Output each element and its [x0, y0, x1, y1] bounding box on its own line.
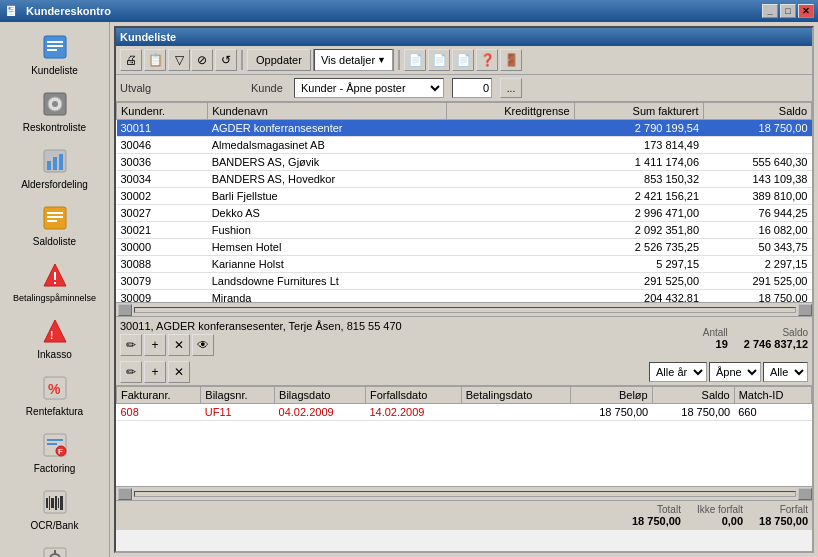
cell-sum-fakturert: 2 421 156,21 [574, 188, 703, 205]
sub-delete-button[interactable]: ✕ [168, 361, 190, 383]
sidebar-label-reskontroliste: Reskontroliste [23, 122, 86, 133]
cell-kredittgrense [446, 137, 574, 154]
vis-detaljer-label: Vis detaljer [321, 54, 375, 66]
cell-kundenavn: AGDER konferransesenter [208, 120, 447, 137]
sidebar-item-ocrbank[interactable]: OCR/Bank [5, 481, 105, 536]
customer-row[interactable]: 30000 Hemsen Hotel 2 526 735,25 50 343,7… [117, 239, 812, 256]
refresh-small-button[interactable]: ↺ [215, 49, 237, 71]
minimize-button[interactable]: _ [762, 4, 778, 18]
cell-fakturanr: 608 [117, 404, 201, 421]
col-forfallsdato: Forfallsdato [365, 387, 461, 404]
close-button[interactable]: ✕ [798, 4, 814, 18]
match-select[interactable]: Alle [763, 362, 808, 382]
svg-rect-29 [49, 496, 50, 510]
window-controls[interactable]: _ □ ✕ [762, 4, 814, 18]
customer-table-container[interactable]: Kundenr. Kundenavn Kredittgrense Sum fak… [116, 102, 812, 302]
customer-row[interactable]: 30021 Fushion 2 092 351,80 16 082,00 [117, 222, 812, 239]
cell-sum-fakturert: 2 526 735,25 [574, 239, 703, 256]
doc3-button[interactable]: 📄 [452, 49, 474, 71]
detail-table-container[interactable]: Fakturanr. Bilagsnr. Bilagsdato Forfalls… [116, 386, 812, 486]
summary-area: Antall 19 Saldo 2 746 837,12 [703, 327, 808, 350]
cell-kundenavn: BANDERS AS, Gjøvik [208, 154, 447, 171]
sidebar-item-rentefaktura[interactable]: % Rentefaktura [5, 367, 105, 422]
cell-kundenr: 30021 [117, 222, 208, 239]
print-button[interactable]: 🖨 [120, 49, 142, 71]
utvalg-select[interactable]: Kunder - Åpne poster [294, 78, 444, 98]
customer-row[interactable]: 30027 Dekko AS 2 996 471,00 76 944,25 [117, 205, 812, 222]
svg-text:!: ! [50, 330, 53, 341]
sidebar-item-saldoliste[interactable]: Saldoliste [5, 197, 105, 252]
detail-h-scrollbar[interactable] [116, 486, 812, 500]
customer-row[interactable]: 30088 Karianne Holst 5 297,15 2 297,15 [117, 256, 812, 273]
cell-kredittgrense [446, 154, 574, 171]
customer-row[interactable]: 30079 Landsdowne Furnitures Lt 291 525,0… [117, 273, 812, 290]
cell-sum-fakturert: 291 525,00 [574, 273, 703, 290]
cell-sum-fakturert: 2 790 199,54 [574, 120, 703, 137]
sub-add-button[interactable]: + [144, 361, 166, 383]
contact-view-button[interactable]: 👁 [192, 334, 214, 356]
cell-bilagsnr: UF11 [201, 404, 275, 421]
cell-bilagsdato: 04.02.2009 [275, 404, 366, 421]
h-scrollbar[interactable] [116, 302, 812, 316]
col-detail-saldo: Saldo [652, 387, 734, 404]
sidebar-item-reskontroliste[interactable]: Reskontroliste [5, 83, 105, 138]
sub-edit-button[interactable]: ✏ [120, 361, 142, 383]
contact-delete-button[interactable]: ✕ [168, 334, 190, 356]
customer-row[interactable]: 30036 BANDERS AS, Gjøvik 1 411 174,06 55… [117, 154, 812, 171]
col-matchid: Match-ID [734, 387, 811, 404]
list-icon [39, 31, 71, 63]
cell-belop: 18 750,00 [570, 404, 652, 421]
doc2-button[interactable]: 📄 [428, 49, 450, 71]
vis-detaljer-button[interactable]: Vis detaljer ▼ [314, 49, 393, 71]
sidebar-item-betaling[interactable]: Betalingspåminnelse [5, 254, 105, 308]
cell-saldo: 16 082,00 [703, 222, 811, 239]
sidebar-label-rentefaktura: Rentefaktura [26, 406, 83, 417]
view-button[interactable]: 📋 [144, 49, 166, 71]
maximize-button[interactable]: □ [780, 4, 796, 18]
kunde-input[interactable] [452, 78, 492, 98]
filter-button[interactable]: ▽ [168, 49, 190, 71]
cell-kundenr: 30046 [117, 137, 208, 154]
year-select[interactable]: Alle år [649, 362, 707, 382]
cell-detail-saldo: 18 750,00 [652, 404, 734, 421]
col-bilagsdato: Bilagsdato [275, 387, 366, 404]
filter2-button[interactable]: ⊘ [191, 49, 213, 71]
help-button[interactable]: ❓ [476, 49, 498, 71]
contact-edit-button[interactable]: ✏ [120, 334, 142, 356]
cell-kredittgrense [446, 120, 574, 137]
sidebar-label-betaling: Betalingspåminnelse [13, 293, 96, 303]
sidebar-item-factoring[interactable]: F Factoring [5, 424, 105, 479]
exit-button[interactable]: 🚪 [500, 49, 522, 71]
svg-rect-1 [47, 41, 63, 43]
kunde-label: Kunde [251, 82, 286, 94]
customer-row[interactable]: 30046 Almedalsmagasinet AB 173 814,49 [117, 137, 812, 154]
col-betalingsdato: Betalingsdato [461, 387, 570, 404]
doc1-button[interactable]: 📄 [404, 49, 426, 71]
ocr-icon [39, 486, 71, 518]
totalt-value: 18 750,00 [632, 515, 681, 527]
customer-row[interactable]: 30002 Barli Fjellstue 2 421 156,21 389 8… [117, 188, 812, 205]
customer-row[interactable]: 30034 BANDERS AS, Hovedkor 853 150,32 14… [117, 171, 812, 188]
contact-tools: 30011, AGDER konferansesenter, Terje Åse… [120, 320, 402, 356]
cell-kredittgrense [446, 171, 574, 188]
status-select[interactable]: Åpne [709, 362, 761, 382]
browse-button[interactable]: ... [500, 78, 522, 98]
cell-saldo: 555 640,30 [703, 154, 811, 171]
cell-kredittgrense [446, 239, 574, 256]
sidebar-item-aldersfordeling[interactable]: Aldersfordeling [5, 140, 105, 195]
sidebar-item-innstillinger[interactable]: Innstillinger [5, 538, 105, 557]
sidebar-item-inkasso[interactable]: ! Inkasso [5, 310, 105, 365]
customer-row[interactable]: 30009 Miranda 204 432,81 18 750,00 [117, 290, 812, 303]
customer-row[interactable]: 30011 AGDER konferransesenter 2 790 199,… [117, 120, 812, 137]
cell-sum-fakturert: 2 092 351,80 [574, 222, 703, 239]
svg-rect-31 [55, 496, 57, 510]
rente-icon: % [39, 372, 71, 404]
contact-add-button[interactable]: + [144, 334, 166, 356]
svg-rect-3 [47, 49, 57, 51]
svg-rect-33 [60, 496, 63, 510]
svg-rect-32 [58, 498, 59, 508]
inner-title-bar: Kundeliste [116, 28, 812, 46]
detail-row[interactable]: 608 UF11 04.02.2009 14.02.2009 18 750,00… [117, 404, 812, 421]
update-button[interactable]: Oppdater [247, 49, 311, 71]
sidebar-item-kundeliste[interactable]: Kundeliste [5, 26, 105, 81]
